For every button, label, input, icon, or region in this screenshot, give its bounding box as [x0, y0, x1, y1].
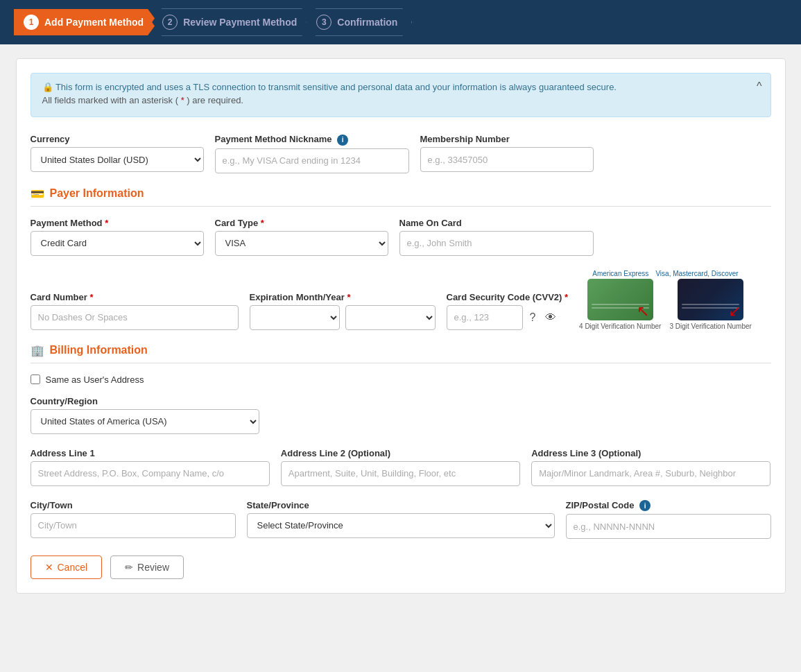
payer-section-title: 💳 Payer Information	[31, 187, 771, 200]
payment-method-select[interactable]: Credit Card	[31, 231, 204, 256]
step-2[interactable]: 2 Review Payment Method	[157, 8, 311, 36]
form-buttons: ✕ Cancel ✏ Review	[31, 555, 771, 579]
addr2-input[interactable]	[281, 461, 520, 486]
visamc-card-box: ↙ 3 Digit Verification Number	[669, 279, 751, 330]
expiry-month-select[interactable]: 01020304 05060708 09101112	[250, 305, 340, 330]
expiry-label: Expiration Month/Year *	[250, 292, 436, 302]
addr1-group: Address Line 1	[31, 448, 270, 486]
same-address-checkbox[interactable]	[31, 374, 40, 384]
stepper-header: 1 Add Payment Method 2 Review Payment Me…	[0, 0, 801, 44]
nickname-info-icon[interactable]: i	[337, 135, 348, 146]
card-number-label: Card Number *	[31, 292, 239, 302]
zip-group: ZIP/Postal Code i	[566, 500, 771, 540]
amex-arrow: ↖	[637, 304, 649, 319]
city-row: City/Town State/Province Select State/Pr…	[31, 500, 771, 540]
name-on-card-input[interactable]	[399, 231, 594, 256]
step-1-circle: 1	[24, 15, 39, 30]
cvv-eye-icon[interactable]: 👁	[542, 309, 559, 327]
cvv-card-images: American Express Visa, Mastercard, Disco…	[579, 270, 752, 330]
name-on-card-label: Name On Card	[399, 218, 594, 228]
addr3-group: Address Line 3 (Optional)	[531, 448, 770, 486]
nickname-input[interactable]	[215, 148, 409, 173]
addr2-group: Address Line 2 (Optional)	[281, 448, 520, 486]
step-1[interactable]: 1 Add Payment Method	[14, 9, 157, 35]
amex-card-box: ↖ 4 Digit Verification Number	[579, 279, 661, 330]
step-2-button[interactable]: 2 Review Payment Method	[152, 8, 311, 36]
name-on-card-group: Name On Card	[399, 218, 594, 256]
step-1-label: Add Payment Method	[44, 17, 144, 28]
building-icon: 🏢	[31, 344, 44, 357]
step-3-label: Confirmation	[337, 17, 397, 28]
payment-method-group: Payment Method * Credit Card	[31, 218, 204, 256]
top-fields-row: Currency United States Dollar (USD) Paym…	[31, 134, 771, 173]
state-group: State/Province Select State/Province	[247, 500, 555, 538]
city-input[interactable]	[31, 513, 236, 538]
card-number-group: Card Number *	[31, 292, 239, 330]
banner-collapse-button[interactable]: ^	[757, 80, 762, 93]
step-2-circle: 2	[162, 15, 178, 30]
currency-select[interactable]: United States Dollar (USD)	[31, 147, 204, 172]
membership-group: Membership Number	[420, 134, 594, 172]
billing-divider	[31, 363, 771, 363]
state-select[interactable]: Select State/Province	[247, 513, 555, 538]
amex-caption: 4 Digit Verification Number	[579, 322, 661, 330]
expiry-selects: 01020304 05060708 09101112 2024202520262…	[250, 305, 436, 330]
city-group: City/Town	[31, 500, 236, 538]
cancel-x-icon: ✕	[45, 562, 53, 573]
visamc-caption: 3 Digit Verification Number	[669, 322, 751, 330]
security-banner: ^ 🔒 This form is encrypted and uses a TL…	[31, 73, 771, 117]
city-label: City/Town	[31, 500, 236, 510]
main-form: ^ 🔒 This form is encrypted and uses a TL…	[16, 58, 786, 594]
country-select[interactable]: United States of America (USA)	[31, 409, 259, 434]
card-number-input[interactable]	[31, 305, 239, 330]
security-message: 🔒 This form is encrypted and uses a TLS …	[42, 82, 759, 92]
card-pair: ↖ 4 Digit Verification Number ↙ 3 Digit …	[579, 279, 752, 330]
payer-row2: Card Number * Expiration Month/Year * 01…	[31, 270, 771, 330]
cvv-help-icon[interactable]: ?	[527, 309, 539, 327]
zip-info-icon[interactable]: i	[639, 500, 651, 511]
currency-group: Currency United States Dollar (USD)	[31, 134, 204, 172]
expiry-group: Expiration Month/Year * 01020304 0506070…	[250, 292, 436, 330]
state-label: State/Province	[247, 500, 555, 510]
addr1-label: Address Line 1	[31, 448, 270, 458]
cvv-top-labels: American Express Visa, Mastercard, Disco…	[592, 270, 738, 277]
zip-input[interactable]	[566, 514, 771, 539]
cvv-input-row: ? 👁	[447, 305, 569, 330]
cvv-label: Card Security Code (CVV2) *	[447, 292, 569, 302]
visamc-arrow: ↙	[728, 304, 741, 319]
addr3-label: Address Line 3 (Optional)	[531, 448, 770, 458]
card-type-label: Card Type *	[215, 218, 388, 228]
same-address-label: Same as User's Address	[46, 374, 144, 385]
expiry-year-select[interactable]: 2024202520262027 2028202920302031	[345, 305, 436, 330]
amex-top-label: American Express	[592, 270, 648, 277]
addr3-input[interactable]	[531, 461, 770, 486]
cvv-input[interactable]	[447, 305, 523, 330]
step-1-button[interactable]: 1 Add Payment Method	[14, 9, 157, 35]
step-2-label: Review Payment Method	[183, 17, 297, 28]
lock-icon: 🔒	[42, 82, 53, 92]
country-group: Country/Region United States of America …	[31, 396, 771, 434]
step-3-button[interactable]: 3 Confirmation	[306, 8, 412, 36]
visamc-top-label: Visa, Mastercard, Discover	[655, 270, 738, 277]
addr1-input[interactable]	[31, 461, 270, 486]
card-type-select[interactable]: VISA	[215, 231, 388, 256]
amex-card-image: ↖	[587, 279, 653, 320]
membership-input[interactable]	[420, 147, 594, 172]
cancel-button[interactable]: ✕ Cancel	[31, 555, 103, 579]
payer-row1: Payment Method * Credit Card Card Type *…	[31, 218, 771, 256]
zip-label: ZIP/Postal Code i	[566, 500, 771, 512]
step-3-circle: 3	[316, 15, 331, 30]
currency-label: Currency	[31, 134, 204, 144]
addr2-label: Address Line 2 (Optional)	[281, 448, 520, 458]
same-address-row: Same as User's Address	[31, 374, 771, 385]
country-label: Country/Region	[31, 396, 771, 406]
credit-card-icon: 💳	[31, 187, 44, 200]
visamc-card-image: ↙	[678, 279, 743, 320]
cvv-group: Card Security Code (CVV2) * ? 👁	[447, 292, 569, 330]
step-3[interactable]: 3 Confirmation	[311, 8, 412, 36]
review-button[interactable]: ✏ Review	[110, 555, 184, 579]
membership-label: Membership Number	[420, 134, 594, 144]
payer-divider	[31, 206, 771, 207]
nickname-group: Payment Method Nickname i	[215, 134, 409, 173]
nickname-label: Payment Method Nickname i	[215, 134, 409, 146]
